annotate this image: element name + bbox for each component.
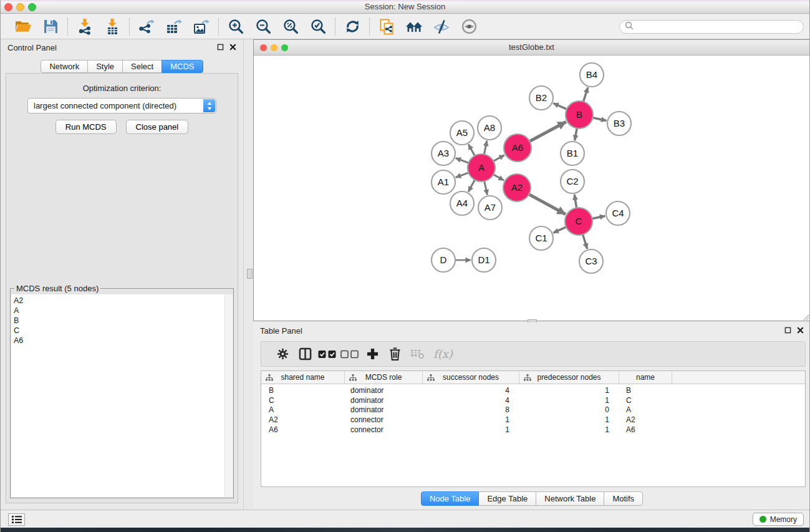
zoom-out-icon[interactable] xyxy=(254,18,272,36)
graph-edge-B-B2[interactable] xyxy=(553,103,568,109)
tab-network-table[interactable]: Network Table xyxy=(536,491,604,506)
hide-graphics-details-icon[interactable] xyxy=(433,18,450,36)
update-view-icon[interactable] xyxy=(344,18,361,36)
network-canvas[interactable]: AA1A2A3A4A5A6A7A8BB1B2B3B4CC1C2C3C4DD1 xyxy=(254,56,809,321)
graph-node-B3[interactable]: B3 xyxy=(607,112,631,135)
zoom-in-icon[interactable] xyxy=(227,18,244,36)
table-row[interactable]: Adominator80A xyxy=(261,405,805,415)
graph-edge-A-A7[interactable] xyxy=(484,180,487,195)
tab-mcds[interactable]: MCDS xyxy=(162,60,203,73)
minimize-window-button[interactable] xyxy=(16,3,24,11)
mcds-result-item[interactable]: A2 xyxy=(11,296,233,306)
column-header-predecessor-nodes[interactable]: predecessor nodes xyxy=(519,371,619,384)
graph-edge-A-A2[interactable] xyxy=(492,174,504,180)
graph-node-C[interactable]: C xyxy=(565,208,592,235)
graph-edge-A-A6[interactable] xyxy=(493,155,504,162)
network-minimize-button[interactable] xyxy=(271,44,277,51)
vertical-splitter-handle[interactable] xyxy=(247,269,253,279)
graph-edge-B-B4[interactable] xyxy=(583,87,588,103)
search-field[interactable] xyxy=(619,20,804,34)
close-window-button[interactable] xyxy=(4,3,12,11)
unselect-all-icon[interactable] xyxy=(339,345,361,364)
graph-node-A7[interactable]: A7 xyxy=(478,196,502,220)
column-header-shared-name[interactable]: shared name xyxy=(261,371,344,384)
graph-node-A8[interactable]: A8 xyxy=(478,116,501,140)
import-network-icon[interactable] xyxy=(76,18,94,36)
graph-edge-A-A8[interactable] xyxy=(484,141,487,156)
result-scrollbar[interactable] xyxy=(224,294,233,497)
graph-node-A3[interactable]: A3 xyxy=(432,142,455,165)
export-network-icon[interactable] xyxy=(138,18,155,36)
network-zoom-button[interactable] xyxy=(281,44,288,51)
add-column-icon[interactable] xyxy=(361,345,383,364)
close-panel-icon[interactable] xyxy=(797,325,804,336)
graph-node-C1[interactable]: C1 xyxy=(529,226,553,250)
mcds-result-item[interactable]: B xyxy=(11,316,233,326)
graph-edge-A-A5[interactable] xyxy=(468,144,475,157)
graph-node-B4[interactable]: B4 xyxy=(580,63,604,87)
graph-node-C4[interactable]: C4 xyxy=(606,201,630,225)
graph-edge-C-C2[interactable] xyxy=(574,195,577,209)
graph-node-B2[interactable]: B2 xyxy=(529,86,553,110)
tab-network[interactable]: Network xyxy=(41,60,88,73)
settings-gear-icon[interactable] xyxy=(271,345,294,364)
open-session-icon[interactable] xyxy=(14,18,32,36)
table-row[interactable]: A6connector11A6 xyxy=(261,425,805,435)
zoom-fit-icon[interactable] xyxy=(282,18,299,36)
tab-node-table[interactable]: Node Table xyxy=(421,491,480,506)
graph-node-A2[interactable]: A2 xyxy=(503,174,531,201)
graph-edge-C-C4[interactable] xyxy=(591,216,605,219)
export-table-icon[interactable] xyxy=(165,18,183,36)
window-resize-grip[interactable] xyxy=(802,313,809,321)
graph-node-A[interactable]: A xyxy=(468,154,495,181)
graph-node-B[interactable]: B xyxy=(566,101,593,128)
close-panel-button[interactable]: Close panel xyxy=(126,120,189,134)
task-history-button[interactable] xyxy=(8,513,25,526)
mcds-result-list[interactable]: A2ABCA6 xyxy=(11,294,233,497)
memory-button[interactable]: Memory xyxy=(753,513,804,526)
graph-node-A5[interactable]: A5 xyxy=(450,121,474,145)
graph-edge-A-A1[interactable] xyxy=(456,172,470,178)
graph-node-D1[interactable]: D1 xyxy=(472,248,496,272)
delete-column-icon[interactable] xyxy=(383,345,406,364)
graph-edge-B-B3[interactable] xyxy=(592,117,607,120)
tab-motifs[interactable]: Motifs xyxy=(604,491,643,506)
graph-edge-A-A3[interactable] xyxy=(456,158,470,163)
zoom-window-button[interactable] xyxy=(28,3,36,11)
show-column-icon[interactable] xyxy=(294,345,316,364)
save-session-icon[interactable] xyxy=(42,18,59,36)
graph-edge-C-C3[interactable] xyxy=(582,233,587,249)
graph-node-D[interactable]: D xyxy=(432,248,455,272)
column-header-mcds-role[interactable]: MCDS role xyxy=(344,371,422,384)
close-panel-icon[interactable] xyxy=(229,42,236,53)
column-header-successor-nodes[interactable]: successor nodes xyxy=(422,371,519,384)
mcds-result-item[interactable]: A xyxy=(11,306,233,316)
table-row[interactable]: Cdominator41C xyxy=(261,396,805,406)
table-row[interactable]: A2connector11A2 xyxy=(261,415,805,425)
graph-node-A4[interactable]: A4 xyxy=(450,191,474,215)
select-all-icon[interactable] xyxy=(316,345,339,364)
birdseye-view-icon[interactable] xyxy=(460,18,478,36)
network-browser-icon[interactable] xyxy=(405,18,423,36)
mcds-result-item[interactable]: A6 xyxy=(11,336,233,346)
clone-network-icon[interactable] xyxy=(378,18,395,36)
graph-edge-A-A4[interactable] xyxy=(468,179,475,192)
criterion-dropdown[interactable]: largest connected component (directed) xyxy=(27,98,216,114)
graph-edge-B-B1[interactable] xyxy=(575,127,577,141)
graph-edge-A6-B[interactable] xyxy=(529,122,566,142)
mcds-result-item[interactable]: C xyxy=(11,326,233,336)
column-header-name[interactable]: name xyxy=(619,371,672,384)
tab-select[interactable]: Select xyxy=(122,60,162,73)
tab-edge-table[interactable]: Edge Table xyxy=(478,491,536,506)
run-mcds-button[interactable]: Run MCDS xyxy=(55,120,117,134)
graph-node-A6[interactable]: A6 xyxy=(504,134,531,162)
table-row[interactable]: Bdominator41B xyxy=(261,386,805,396)
import-table-icon[interactable] xyxy=(104,18,121,36)
graph-edge-A2-C[interactable] xyxy=(528,194,566,215)
graph-edge-C-C1[interactable] xyxy=(553,226,567,233)
tab-style[interactable]: Style xyxy=(87,60,123,73)
graph-node-B1[interactable]: B1 xyxy=(561,142,584,165)
network-close-button[interactable] xyxy=(260,44,267,51)
float-panel-icon[interactable] xyxy=(217,42,224,53)
search-input[interactable] xyxy=(637,22,798,31)
